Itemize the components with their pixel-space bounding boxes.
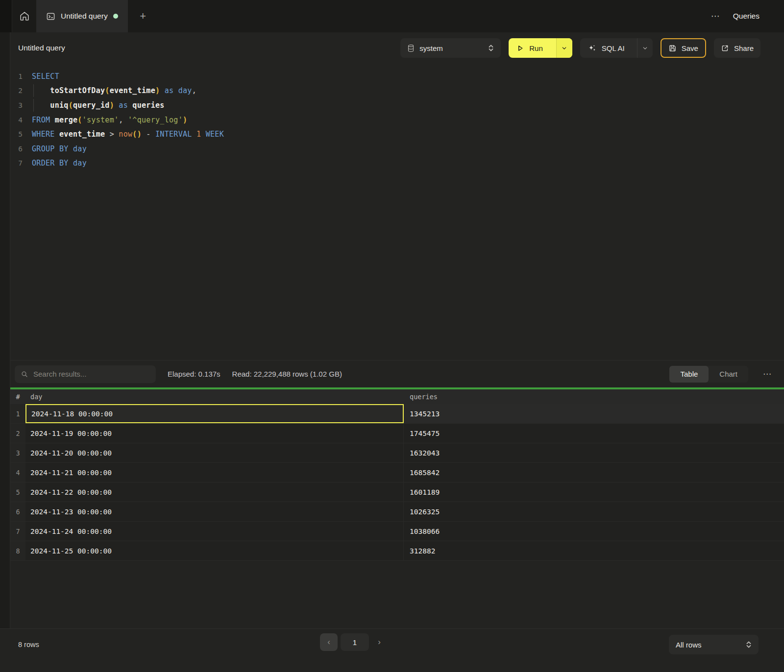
table-row[interactable]: 52024-11-22 00:00:001601189 (10, 482, 784, 502)
code-line[interactable]: 5WHERE event_time > now() - INTERVAL 1 W… (10, 127, 784, 142)
results-table-header: # day queries (10, 389, 784, 404)
sql-token: FROM (32, 116, 50, 124)
column-header-day[interactable]: day (25, 393, 404, 401)
query-header: Untitled query system (10, 32, 784, 64)
sql-token: event_time (59, 130, 105, 139)
topbar-spacer (158, 0, 704, 32)
save-button-label: Save (682, 44, 698, 52)
share-button[interactable]: Share (714, 38, 760, 58)
code-line[interactable]: 7ORDER BY day (10, 156, 784, 171)
search-results-box[interactable] (15, 365, 156, 383)
queries-cell[interactable]: 312882 (404, 541, 784, 560)
database-icon (407, 44, 415, 52)
code-line[interactable]: 4FROM merge('system', '^query_log') (10, 113, 784, 127)
current-page-button[interactable]: 1 (341, 633, 369, 651)
sql-token: 'system' (82, 116, 119, 124)
save-icon (668, 44, 677, 52)
sql-token (69, 144, 73, 153)
next-page-button[interactable]: › (372, 633, 387, 651)
indent-guide-line (33, 84, 34, 97)
elapsed-stat: Elapsed: 0.137s (168, 370, 220, 378)
page-size-value: All rows (676, 641, 702, 649)
page-size-selector[interactable]: All rows (669, 635, 759, 654)
results-empty-area (10, 561, 784, 628)
day-cell[interactable]: 2024-11-25 00:00:00 (25, 541, 404, 560)
topbar-overflow-button[interactable]: ⋯ (704, 0, 727, 32)
row-count: 8 rows (18, 635, 39, 654)
day-cell[interactable]: 2024-11-24 00:00:00 (25, 522, 404, 541)
sql-token: '^query_log' (128, 116, 183, 124)
sql-token: ) (183, 116, 187, 124)
view-toggle-table[interactable]: Table (669, 366, 709, 383)
day-cell[interactable]: 2024-11-20 00:00:00 (25, 443, 404, 462)
line-code: SELECT (32, 72, 59, 81)
column-header-queries[interactable]: queries (404, 393, 784, 401)
sql-token (55, 130, 59, 139)
table-row[interactable]: 62024-11-23 00:00:001026325 (10, 502, 784, 522)
terminal-icon (46, 12, 55, 21)
row-index-cell: 4 (10, 463, 25, 482)
sql-token: , (119, 116, 128, 124)
code-line[interactable]: 1SELECT (10, 69, 784, 84)
database-selector[interactable]: system (400, 38, 501, 58)
code-line[interactable]: 2 toStartOfDay(event_time) as day, (10, 84, 784, 98)
row-index-cell: 1 (10, 404, 25, 423)
queries-cell[interactable]: 1745475 (404, 424, 784, 443)
line-code: uniq(query_id) as queries (32, 101, 165, 110)
sql-ai-chevron[interactable] (637, 38, 653, 58)
day-cell[interactable]: 2024-11-19 00:00:00 (25, 424, 404, 443)
sql-token: ( (77, 116, 82, 124)
table-row[interactable]: 32024-11-20 00:00:001632043 (10, 443, 784, 463)
code-lines: 1SELECT2 toStartOfDay(event_time) as day… (10, 69, 784, 170)
results-toolbar: Elapsed: 0.137s Read: 22,229,488 rows (1… (10, 360, 784, 387)
sql-ai-button[interactable]: SQL AI (580, 38, 653, 58)
results-overflow-button[interactable]: ⋯ (760, 369, 774, 379)
home-icon (19, 11, 30, 22)
view-toggle-chart[interactable]: Chart (709, 366, 748, 383)
sql-token: SELECT (32, 72, 59, 81)
queries-button[interactable]: Queries (727, 0, 765, 32)
previous-page-button[interactable]: ‹ (320, 633, 338, 651)
line-code: WHERE event_time > now() - INTERVAL 1 WE… (32, 130, 224, 139)
line-number: 3 (10, 101, 23, 109)
sql-token: 1 (196, 130, 201, 139)
sql-token: - (142, 130, 155, 139)
code-line[interactable]: 3 uniq(query_id) as queries (10, 98, 784, 113)
queries-cell[interactable]: 1345213 (404, 404, 784, 423)
results-table-body: 12024-11-18 00:00:00134521322024-11-19 0… (10, 404, 784, 561)
run-button[interactable]: Run (509, 38, 572, 58)
sql-token: now (119, 130, 132, 139)
table-row[interactable]: 72024-11-24 00:00:001038066 (10, 522, 784, 541)
queries-cell[interactable]: 1038066 (404, 522, 784, 541)
queries-cell[interactable]: 1685842 (404, 463, 784, 482)
sql-token: WHERE (32, 130, 55, 139)
tab-untitled-query[interactable]: Untitled query (36, 0, 128, 32)
day-cell[interactable]: 2024-11-22 00:00:00 (25, 482, 404, 502)
day-cell[interactable]: 2024-11-23 00:00:00 (25, 502, 404, 521)
read-stat: Read: 22,229,488 rows (1.02 GB) (232, 370, 342, 378)
queries-cell[interactable]: 1026325 (404, 502, 784, 521)
save-button[interactable]: Save (661, 38, 706, 58)
table-row[interactable]: 22024-11-19 00:00:001745475 (10, 424, 784, 443)
table-row[interactable]: 42024-11-21 00:00:001685842 (10, 463, 784, 482)
sql-token (160, 86, 164, 95)
home-button[interactable] (12, 0, 36, 32)
sql-editor[interactable]: 1SELECT2 toStartOfDay(event_time) as day… (10, 64, 784, 360)
table-row[interactable]: 82024-11-25 00:00:00312882 (10, 541, 784, 561)
sql-token (69, 159, 73, 168)
day-cell[interactable]: 2024-11-21 00:00:00 (25, 463, 404, 482)
results-footer: 8 rows ‹ 1 › All rows (0, 628, 784, 672)
column-header-index[interactable]: # (10, 393, 25, 401)
queries-cell[interactable]: 1601189 (404, 482, 784, 502)
new-tab-button[interactable]: + (128, 0, 158, 32)
table-row[interactable]: 12024-11-18 00:00:001345213 (10, 404, 784, 424)
search-results-input[interactable] (33, 370, 150, 378)
left-rail (0, 32, 10, 628)
line-number: 6 (10, 145, 23, 153)
queries-cell[interactable]: 1632043 (404, 443, 784, 462)
sql-token: ) (155, 86, 160, 95)
run-options-chevron[interactable] (556, 38, 572, 58)
code-line[interactable]: 6GROUP BY day (10, 142, 784, 156)
day-cell[interactable]: 2024-11-18 00:00:00 (25, 404, 404, 423)
sparkles-icon (588, 44, 597, 53)
